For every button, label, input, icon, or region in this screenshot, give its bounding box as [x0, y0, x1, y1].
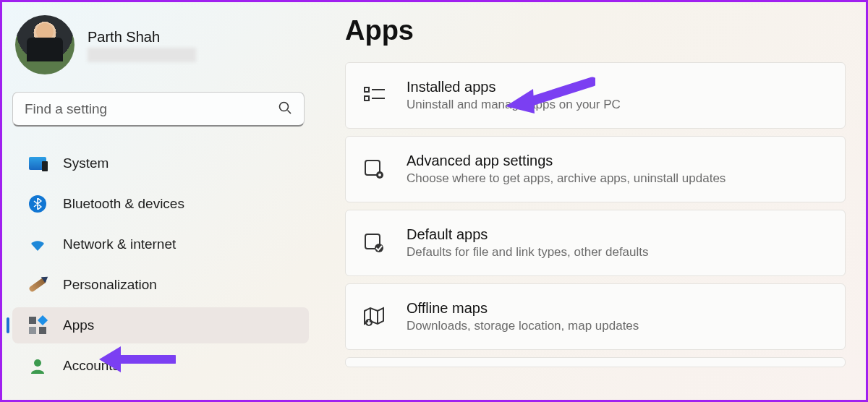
sidebar-item-label: Network & internet: [63, 236, 176, 252]
card-installed-apps[interactable]: Installed apps Uninstall and manage apps…: [345, 62, 846, 129]
card-advanced-app-settings[interactable]: Advanced app settings Choose where to ge…: [345, 136, 846, 202]
card-text: Offline maps Downloads, storage location…: [407, 299, 639, 335]
search-input[interactable]: [25, 101, 278, 117]
card-default-apps[interactable]: Default apps Defaults for file and link …: [345, 210, 846, 276]
card-offline-maps[interactable]: Offline maps Downloads, storage location…: [345, 283, 846, 350]
card-desc: Defaults for file and link types, other …: [407, 244, 649, 261]
search-icon: [278, 100, 292, 118]
apps-icon: [28, 316, 47, 335]
defaults-icon: [363, 231, 386, 255]
card-desc: Choose where to get apps, archive apps, …: [407, 171, 726, 187]
card-desc: Downloads, storage location, map updates: [407, 318, 639, 335]
card-title: Default apps: [407, 225, 649, 244]
avatar: [15, 15, 75, 74]
card-title: Offline maps: [407, 299, 639, 318]
card-desc: Uninstall and manage apps on your PC: [407, 97, 621, 114]
app-gear-icon: [363, 158, 386, 181]
sidebar-item-personalization[interactable]: Personalization: [12, 267, 309, 303]
bluetooth-icon: [28, 194, 47, 213]
sidebar-item-label: Apps: [63, 317, 94, 333]
svg-point-2: [34, 359, 41, 367]
card-title: Advanced app settings: [407, 151, 726, 171]
sidebar-item-label: System: [63, 155, 109, 171]
user-profile[interactable]: Parth Shah: [15, 15, 309, 74]
card-title: Installed apps: [407, 77, 621, 97]
person-icon: [28, 356, 47, 375]
sidebar-item-accounts[interactable]: Accounts: [12, 348, 309, 384]
sidebar-item-apps[interactable]: Apps: [12, 307, 309, 343]
user-name: Parth Shah: [88, 28, 196, 46]
card-partial[interactable]: [345, 357, 846, 367]
nav: System Bluetooth & devices Network & int…: [12, 145, 309, 384]
svg-line-1: [288, 110, 292, 114]
list-icon: [363, 84, 386, 107]
sidebar-item-label: Accounts: [63, 358, 119, 374]
svg-rect-4: [365, 96, 369, 100]
sidebar: Parth Shah System Bluetooth & devices: [2, 2, 320, 400]
svg-point-9: [378, 174, 381, 176]
map-icon: [363, 305, 386, 328]
wifi-icon: [28, 235, 47, 254]
main: Apps Installed apps Uninstall and manage…: [320, 2, 866, 400]
search-box[interactable]: [12, 92, 305, 127]
svg-point-0: [280, 102, 289, 111]
card-text: Advanced app settings Choose where to ge…: [407, 151, 726, 187]
user-email-redacted: [88, 48, 196, 62]
system-icon: [28, 154, 47, 173]
settings-window: Parth Shah System Bluetooth & devices: [0, 0, 868, 402]
cards: Installed apps Uninstall and manage apps…: [345, 62, 846, 367]
sidebar-item-label: Bluetooth & devices: [63, 196, 184, 212]
svg-rect-3: [365, 87, 369, 92]
sidebar-item-bluetooth[interactable]: Bluetooth & devices: [12, 186, 309, 222]
card-text: Default apps Defaults for file and link …: [407, 225, 649, 261]
paintbrush-icon: [28, 275, 47, 294]
sidebar-item-network[interactable]: Network & internet: [12, 226, 309, 262]
svg-point-11: [375, 244, 383, 252]
sidebar-item-label: Personalization: [63, 277, 157, 293]
user-text: Parth Shah: [88, 28, 196, 62]
page-title: Apps: [345, 15, 846, 46]
sidebar-item-system[interactable]: System: [12, 145, 309, 181]
card-text: Installed apps Uninstall and manage apps…: [407, 77, 621, 114]
